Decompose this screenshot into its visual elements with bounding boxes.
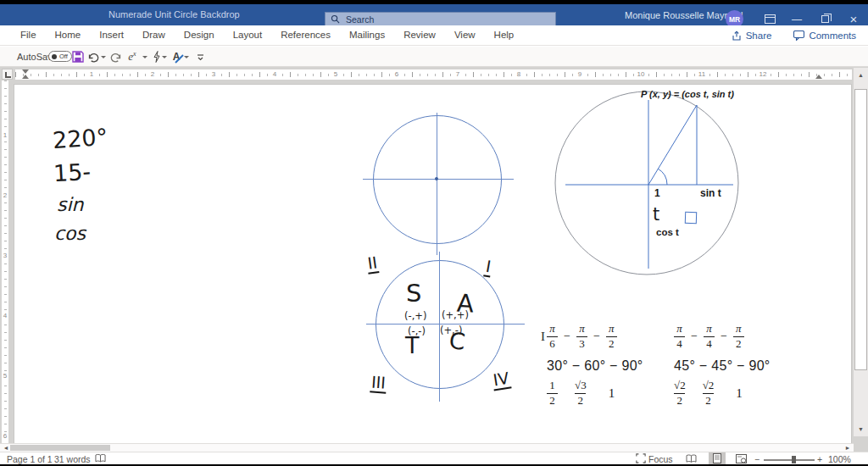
tab-file[interactable]: File	[11, 25, 46, 45]
print-layout-icon	[713, 453, 721, 463]
scroll-down-icon: ▼	[858, 426, 864, 432]
search-placeholder: Search	[346, 14, 374, 25]
undo-button[interactable]	[86, 50, 100, 64]
tab-layout[interactable]: Layout	[224, 25, 272, 45]
focus-label[interactable]: Focus	[648, 454, 673, 464]
customize-toolbar-icon	[197, 53, 204, 61]
degree-row: 45° − 45° − 90°	[674, 358, 784, 374]
degree-row: 30° − 60° − 90°	[547, 358, 657, 374]
tab-review[interactable]: Review	[394, 25, 445, 45]
pi-fraction-row: π4 − π4 − π2	[674, 323, 784, 351]
undo-icon	[87, 52, 100, 63]
scroll-up-icon: ▲	[858, 72, 864, 78]
page-indicator[interactable]: Page 1 of 1	[7, 454, 53, 464]
ink-square	[685, 212, 697, 224]
scroll-down-button[interactable]: ▼	[854, 423, 868, 435]
close-icon: ×	[850, 12, 858, 26]
tab-insert[interactable]: Insert	[90, 25, 133, 45]
web-layout-icon	[736, 454, 747, 463]
ruler-number: 8	[515, 70, 522, 78]
ruler-number: 1	[2, 131, 8, 139]
tab-mailings[interactable]: Mailings	[340, 25, 394, 45]
share-label: Share	[746, 31, 772, 41]
ruler-number: 3	[210, 70, 217, 78]
web-layout-button[interactable]	[732, 452, 749, 464]
customize-toolbar-button[interactable]	[193, 50, 207, 64]
scroll-right-icon: ►	[845, 445, 851, 451]
horizontal-scrollbar[interactable]: ◄ ►	[0, 443, 854, 452]
equation-button[interactable]: ex	[125, 50, 139, 64]
sign-quadrant-3: (-,-)	[408, 327, 426, 337]
share-button[interactable]: Share	[732, 31, 772, 41]
zoom-out-button[interactable]: −	[754, 454, 760, 464]
ink-pen-dropdown-chevron[interactable]	[162, 56, 167, 58]
cos-t-label: cos t	[656, 227, 679, 237]
sign-quadrant-2: (-,+)	[404, 312, 426, 322]
ink-editor-dropdown-chevron[interactable]	[184, 56, 189, 58]
tab-draw[interactable]: Draw	[133, 25, 175, 45]
value-row: 12 √32 1	[547, 380, 657, 408]
tab-home[interactable]: Home	[46, 25, 91, 45]
vertical-scroll-thumb[interactable]	[854, 89, 867, 370]
search-input[interactable]: Search	[325, 12, 556, 26]
tab-references[interactable]: References	[271, 25, 340, 45]
scroll-left-icon: ◄	[3, 445, 9, 451]
tab-design[interactable]: Design	[175, 25, 224, 45]
horizontal-ruler[interactable]: 1 2 3 4 5 6 7 8 9 10 11 12	[15, 69, 852, 80]
satc-t: T	[405, 334, 420, 357]
word-count[interactable]: 31 words	[54, 454, 91, 464]
horizontal-axis	[363, 179, 514, 180]
comments-button[interactable]: Comments	[793, 31, 856, 41]
zoom-level[interactable]: 100%	[828, 454, 851, 464]
zoom-slider-thumb[interactable]	[792, 456, 796, 463]
ribbon-display-icon	[765, 14, 776, 24]
search-icon	[331, 14, 340, 24]
tab-help[interactable]: Help	[485, 25, 524, 45]
ruler-number: 4	[2, 312, 8, 319]
ruler-number: 5	[332, 70, 339, 78]
word-window: Numerade Unit Circle Backdrop Search Mon…	[0, 0, 868, 466]
read-mode-button[interactable]	[682, 452, 699, 464]
quadrant-3-label: III	[370, 374, 387, 393]
autosave-toggle[interactable]: Off	[48, 51, 72, 62]
tab-selector[interactable]	[2, 69, 13, 80]
ink-note-sin[interactable]: sin	[57, 196, 84, 214]
undo-dropdown-chevron[interactable]	[101, 56, 106, 58]
print-layout-button[interactable]	[709, 452, 726, 464]
ink-note-cos[interactable]: cos	[54, 225, 86, 243]
ruler-number: 7	[454, 70, 461, 78]
right-indent-marker[interactable]	[815, 75, 822, 79]
first-line-indent-marker[interactable]	[22, 69, 29, 74]
ruler-number: 1	[88, 70, 95, 78]
scroll-up-button[interactable]: ▲	[854, 69, 868, 81]
focus-button[interactable]	[636, 453, 646, 465]
horizontal-scroll-thumb[interactable]	[10, 445, 110, 451]
vertical-scrollbar[interactable]: ▲ ▼	[854, 68, 868, 436]
tab-view[interactable]: View	[445, 25, 485, 45]
ruler-number: 4	[271, 70, 278, 78]
ruler-number: 11	[697, 70, 707, 78]
equation-dropdown-chevron[interactable]	[142, 56, 147, 58]
ink-note-220[interactable]: 220°	[52, 125, 108, 152]
scroll-right-button[interactable]: ►	[843, 444, 853, 452]
save-button[interactable]	[71, 50, 85, 64]
satc-s: S	[406, 281, 421, 306]
quadrant-2-label: II	[366, 254, 380, 275]
ink-editor-button[interactable]: A	[170, 50, 183, 64]
status-bar: Page 1 of 1 31 words Focus	[0, 452, 868, 464]
equation-icon: ex	[128, 50, 136, 64]
hanging-indent-marker[interactable]	[22, 75, 29, 79]
ink-note-15[interactable]: 15-	[53, 160, 91, 185]
proofing-button[interactable]	[95, 453, 106, 465]
vertical-ruler[interactable]: 1 2 3 4 5 6	[2, 80, 8, 452]
redo-button[interactable]	[108, 50, 122, 64]
unit-circle-triangle-svg	[542, 80, 788, 284]
sign-quadrant-4: (+,-)	[440, 326, 462, 336]
lightning-pen-icon	[153, 51, 161, 63]
sign-quadrant-1: (+,+)	[442, 311, 469, 321]
redo-icon	[109, 52, 122, 63]
vertical-axis	[437, 113, 437, 255]
zoom-in-button[interactable]: +	[817, 454, 822, 464]
zoom-slider-track[interactable]	[764, 459, 815, 461]
title-bar: Numerade Unit Circle Backdrop Search Mon…	[0, 4, 868, 25]
